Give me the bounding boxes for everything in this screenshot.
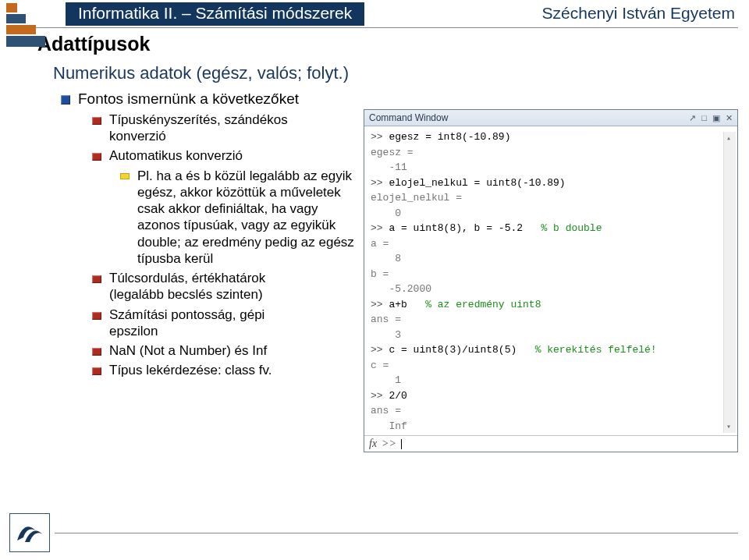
command-line: >> a+b % az eredmény uint8 bbox=[371, 297, 733, 313]
slide-subtitle: Numerikus adatok (egész, valós; folyt.) bbox=[53, 63, 749, 83]
command-line: 1 bbox=[371, 373, 733, 388]
bullet-level2: Automatikus konverzió bbox=[92, 147, 373, 164]
bullet-level1: Fontos ismernünk a következőket bbox=[61, 90, 749, 108]
corner-decoration bbox=[6, 3, 53, 53]
bullet-red-icon bbox=[92, 348, 101, 356]
command-line: egesz = bbox=[371, 145, 733, 161]
command-line: b = bbox=[371, 267, 733, 282]
close-icon[interactable]: ✕ bbox=[726, 113, 733, 123]
bullet-red-icon bbox=[92, 153, 101, 161]
course-title: Informatika II. – Számítási módszerek bbox=[66, 2, 364, 26]
bullet-red-icon bbox=[92, 312, 101, 320]
bullet-text: Fontos ismernünk a következőket bbox=[78, 90, 299, 108]
bullet-text: Számítási pontosság, gépi epszilon bbox=[109, 307, 312, 340]
command-line: a = bbox=[371, 236, 733, 252]
command-line: ans = bbox=[371, 403, 733, 419]
command-line: >> c = uint8(3)/uint8(5) % kerekítés fel… bbox=[371, 342, 733, 358]
command-line: ans = bbox=[371, 312, 733, 328]
bullet-level2: Típus lekérdezése: class fv. bbox=[92, 362, 373, 378]
command-line: Inf bbox=[371, 419, 733, 434]
undock-icon[interactable]: □ bbox=[701, 113, 707, 123]
command-window: Command Window ↗ □ ▣ ✕ >> egesz = int8(-… bbox=[364, 109, 738, 452]
command-line: c = bbox=[371, 358, 733, 374]
scrollbar[interactable] bbox=[723, 132, 736, 433]
bullet-blue-icon bbox=[61, 95, 70, 105]
bullet-level2: NaN (Not a Number) és Inf bbox=[92, 342, 373, 359]
command-line: -11 bbox=[371, 160, 733, 175]
command-line: 8 bbox=[371, 251, 733, 267]
command-line: >> elojel_nelkul = uint8(-10.89) bbox=[371, 175, 733, 191]
arrow-icon[interactable]: ↗ bbox=[689, 113, 696, 123]
window-controls: ↗ □ ▣ ✕ bbox=[689, 113, 733, 123]
bullet-text: NaN (Not a Number) és Inf bbox=[109, 342, 267, 359]
bullet-text: Típus lekérdezése: class fv. bbox=[109, 362, 272, 378]
slide-title: Adattípusok bbox=[37, 33, 749, 55]
university-name: Széchenyi István Egyetem bbox=[542, 2, 738, 23]
command-line: 0 bbox=[371, 206, 733, 222]
bullet-level3: Pl. ha a és b közül legalább az egyik eg… bbox=[120, 168, 370, 268]
command-line: elojel_nelkul = bbox=[371, 190, 733, 206]
command-window-title: Command Window bbox=[369, 112, 448, 123]
maximize-icon[interactable]: ▣ bbox=[712, 113, 720, 123]
bullet-red-icon bbox=[92, 367, 101, 375]
command-window-titlebar: Command Window ↗ □ ▣ ✕ bbox=[364, 110, 737, 126]
command-line: >> 2/0 bbox=[371, 388, 733, 404]
university-logo bbox=[9, 513, 50, 552]
page-header: Informatika II. – Számítási módszerek Sz… bbox=[0, 0, 749, 26]
bullet-red-icon bbox=[92, 275, 101, 283]
command-line: >> a = uint8(8), b = -5.2 % b double bbox=[371, 221, 733, 236]
bullet-level2: Számítási pontosság, gépi epszilon bbox=[92, 307, 373, 340]
bullet-text: Típuskényszerítés, szándékos konverzió bbox=[109, 112, 312, 145]
bullet-text: Pl. ha a és b közül legalább az egyik eg… bbox=[137, 168, 364, 268]
command-window-body[interactable]: >> egesz = int8(-10.89)egesz = -11>> elo… bbox=[364, 126, 737, 435]
command-line: -5.2000 bbox=[371, 282, 733, 297]
cursor-icon bbox=[401, 439, 406, 449]
bullet-red-icon bbox=[92, 117, 101, 125]
bullet-level2: Túlcsordulás, értékhatárok (legalább bec… bbox=[92, 270, 373, 303]
command-line: 3 bbox=[371, 328, 733, 343]
bullet-text: Automatikus konverzió bbox=[109, 147, 243, 164]
bullet-yellow-icon bbox=[120, 173, 130, 179]
footer-divider bbox=[55, 533, 738, 533]
bullet-level2: Típuskényszerítés, szándékos konverzió bbox=[92, 112, 373, 145]
bullet-text: Túlcsordulás, értékhatárok (legalább bec… bbox=[109, 270, 312, 303]
command-line: >> egesz = int8(-10.89) bbox=[371, 129, 733, 145]
fx-label: fx bbox=[369, 438, 377, 450]
fx-input-row[interactable]: fx >> bbox=[364, 435, 737, 452]
